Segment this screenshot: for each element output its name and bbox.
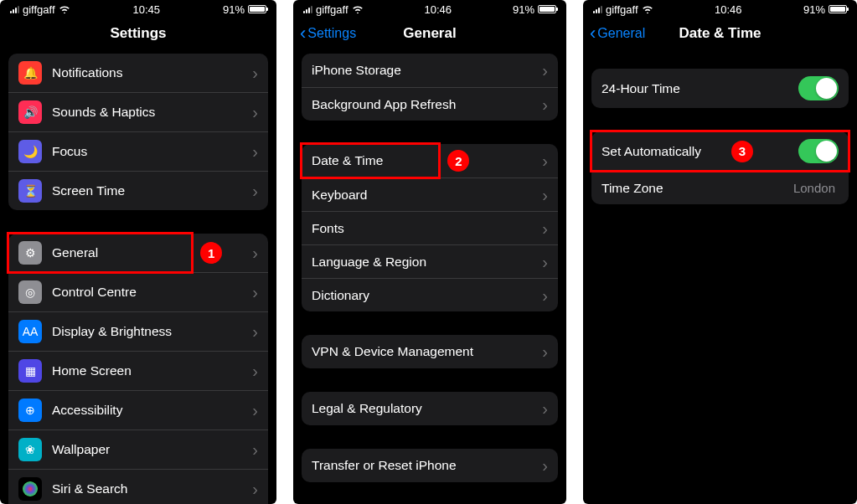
list-item[interactable]: Background App Refresh›: [302, 87, 558, 121]
list-item[interactable]: Time ZoneLondon: [591, 171, 849, 204]
battery-percent: 91%: [803, 3, 825, 16]
chevron-right-icon: ›: [252, 244, 258, 261]
list-item-label: VPN & Device Management: [312, 344, 542, 359]
battery-icon: [248, 5, 266, 13]
general-group-1: iPhone Storage›Background App Refresh›: [302, 54, 558, 121]
list-item-label: Transfer or Reset iPhone: [312, 458, 542, 473]
list-item-label: Legal & Regulatory: [312, 401, 542, 416]
battery-icon: [538, 5, 556, 13]
chevron-right-icon: ›: [542, 254, 548, 270]
wifi-icon: [59, 5, 70, 13]
list-item-label: Focus: [52, 144, 252, 159]
list-item-label: Set Automatically: [601, 144, 798, 159]
list-item[interactable]: Dictionary›: [302, 278, 558, 311]
toggle-switch[interactable]: [798, 76, 839, 100]
list-item[interactable]: ❀Wallpaper›: [8, 429, 268, 469]
badge-1: 1: [208, 246, 214, 260]
siri-search-icon: [18, 477, 42, 501]
list-item[interactable]: Fonts›: [302, 211, 558, 244]
list-item-label: iPhone Storage: [312, 63, 542, 78]
battery-percent: 91%: [223, 3, 245, 16]
chevron-right-icon: ›: [252, 441, 258, 458]
chevron-right-icon: ›: [252, 104, 258, 121]
battery-icon: [829, 5, 847, 13]
general-group-4: Legal & Regulatory›: [302, 392, 558, 425]
chevron-right-icon: ›: [252, 323, 258, 340]
status-bar: giffgaff 10:45 91%: [0, 0, 276, 18]
general-icon: ⚙: [18, 241, 42, 265]
list-item-label: Siri & Search: [52, 481, 252, 496]
list-item-label: Wallpaper: [52, 442, 252, 457]
status-time: 10:45: [132, 3, 160, 16]
list-item-label: Background App Refresh: [312, 97, 542, 112]
list-item[interactable]: Keyboard›: [302, 177, 558, 211]
list-item-label: Accessibility: [52, 403, 252, 418]
back-label: General: [597, 26, 645, 41]
status-time: 10:46: [424, 3, 452, 16]
list-item[interactable]: ◎Control Centre›: [8, 272, 268, 311]
chevron-right-icon: ›: [542, 343, 548, 360]
svg-point-0: [23, 481, 38, 496]
list-item-label: Sounds & Haptics: [52, 105, 252, 120]
settings-screen: giffgaff 10:45 91% Settings 🔔Notificatio…: [0, 0, 276, 504]
list-item[interactable]: VPN & Device Management›: [302, 335, 558, 368]
list-item[interactable]: Date & Time›: [302, 144, 558, 177]
list-item[interactable]: ⚙General›: [8, 234, 268, 272]
signal-icon: [593, 6, 602, 13]
accessibility-icon: ⊕: [18, 399, 42, 422]
list-item-label: Dictionary: [312, 288, 542, 303]
chevron-right-icon: ›: [252, 363, 258, 379]
chevron-right-icon: ›: [542, 96, 548, 113]
carrier-name: giffgaff: [316, 3, 348, 16]
back-button[interactable]: ‹ General: [590, 26, 645, 41]
list-item[interactable]: 24-Hour Time: [591, 69, 849, 108]
list-item-label: Keyboard: [312, 188, 542, 203]
general-screen: giffgaff 10:46 91% ‹ Settings General iP…: [293, 0, 566, 504]
list-item-label: Screen Time: [52, 183, 252, 198]
chevron-right-icon: ›: [252, 143, 258, 160]
chevron-right-icon: ›: [252, 402, 258, 419]
home-screen-icon: ▦: [18, 359, 42, 383]
settings-group-2: ⚙General›◎Control Centre›AADisplay & Bri…: [8, 234, 268, 504]
carrier-name: giffgaff: [23, 3, 55, 16]
general-group-2: Date & Time›Keyboard›Fonts›Language & Re…: [302, 144, 558, 311]
chevron-right-icon: ›: [252, 284, 258, 301]
status-bar: giffgaff 10:46 91%: [583, 0, 857, 18]
list-item[interactable]: 🔊Sounds & Haptics›: [8, 92, 268, 131]
toggle-switch[interactable]: [798, 139, 839, 163]
list-item[interactable]: Transfer or Reset iPhone›: [302, 449, 558, 482]
chevron-right-icon: ›: [252, 64, 258, 81]
list-item[interactable]: Legal & Regulatory›: [302, 392, 558, 425]
list-item[interactable]: iPhone Storage›: [302, 54, 558, 87]
status-bar: giffgaff 10:46 91%: [293, 0, 566, 18]
list-item[interactable]: AADisplay & Brightness›: [8, 311, 268, 351]
display-brightness-icon: AA: [18, 320, 42, 343]
chevron-right-icon: ›: [542, 220, 548, 237]
list-item[interactable]: ▦Home Screen›: [8, 351, 268, 390]
back-button[interactable]: ‹ Settings: [300, 26, 356, 41]
battery-percent: 91%: [513, 3, 534, 16]
list-item[interactable]: Siri & Search›: [8, 469, 268, 504]
settings-group-1: 🔔Notifications›🔊Sounds & Haptics›🌙Focus›…: [8, 54, 268, 210]
chevron-right-icon: ›: [542, 187, 548, 203]
list-item-label: Home Screen: [52, 363, 252, 378]
list-item[interactable]: ⊕Accessibility›: [8, 390, 268, 429]
general-group-3: VPN & Device Management›: [302, 335, 558, 368]
wallpaper-icon: ❀: [18, 438, 42, 461]
list-item-label: Control Centre: [52, 285, 252, 300]
control-centre-icon: ◎: [18, 280, 42, 304]
list-item-label: Date & Time: [312, 153, 542, 168]
list-item[interactable]: Set Automatically: [591, 131, 849, 171]
list-item[interactable]: Language & Region›: [302, 244, 558, 278]
list-item[interactable]: 🔔Notifications›: [8, 54, 268, 92]
datetime-group-1: 24-Hour Time: [591, 69, 849, 108]
carrier-name: giffgaff: [606, 3, 638, 16]
status-time: 10:46: [715, 3, 742, 16]
wifi-icon: [352, 5, 364, 13]
signal-icon: [303, 6, 312, 13]
list-item[interactable]: 🌙Focus›: [8, 131, 268, 171]
list-item-label: Language & Region: [312, 255, 542, 270]
datetime-screen: giffgaff 10:46 91% ‹ General Date & Time…: [583, 0, 857, 504]
list-item[interactable]: ⏳Screen Time›: [8, 171, 268, 210]
page-title: Date & Time: [679, 25, 761, 42]
